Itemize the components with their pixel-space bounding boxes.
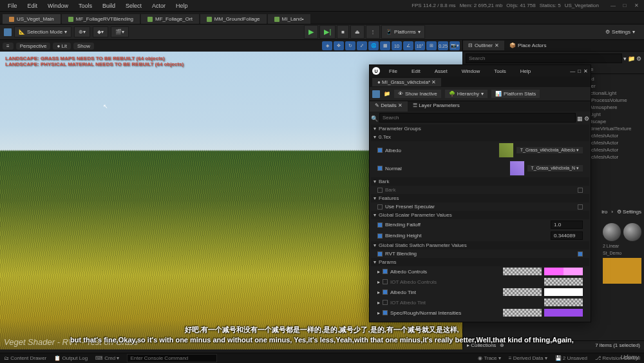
details-tab[interactable]: ✎ Details ✕ (370, 101, 408, 112)
console-input[interactable] (127, 354, 217, 362)
tint-swatch-l[interactable] (503, 288, 542, 296)
albedo-texture-slot[interactable] (498, 142, 514, 158)
bark-checkbox[interactable] (377, 188, 383, 193)
menu-edit[interactable]: Edit (23, 1, 43, 10)
me-menu-help[interactable]: Help (515, 67, 536, 75)
me-save-icon[interactable] (372, 90, 380, 98)
albedoctrl-checkbox[interactable] (383, 269, 388, 274)
blueprint-button[interactable]: ◆▾ (93, 26, 108, 37)
normal-texture-slot[interactable] (509, 161, 525, 176)
lit-dropdown[interactable]: ● Lit (53, 43, 71, 50)
hierarchy-button[interactable]: 🌳 Hierarchy ▾ (445, 90, 488, 98)
scale-tool[interactable]: ⤢ (357, 41, 367, 50)
add-content-button[interactable]: ⊕▾ (74, 26, 90, 37)
rotate-tool[interactable]: ↻ (345, 41, 355, 50)
angle-val[interactable]: 10° (415, 41, 425, 50)
menu-help[interactable]: Help (171, 1, 193, 10)
transform-tool[interactable]: ◈ (322, 41, 332, 50)
menu-window[interactable]: Window (43, 1, 73, 10)
snap-grid[interactable]: ▦ (380, 41, 390, 50)
preview-sphere[interactable] (603, 223, 621, 241)
viewport-menu[interactable]: ≡ (3, 43, 14, 50)
tab-mf2[interactable]: MF_Foliage_Ort (141, 14, 199, 24)
albedoctrl-swatch-l[interactable] (503, 268, 542, 275)
angle-snap[interactable]: ∠ (403, 41, 413, 50)
show-dropdown[interactable]: Show (73, 43, 94, 50)
iottint-checkbox[interactable] (383, 300, 388, 305)
platforms-button[interactable]: 📱 Platforms ▾ (381, 25, 425, 39)
expand-icon[interactable]: ▸ (377, 300, 380, 306)
derived-data-button[interactable]: ≡ Derived Data ▾ (509, 355, 547, 361)
normal-texture-combo[interactable]: T_Grass_vikhcbxia_N ▾ (527, 165, 583, 172)
iotalbedo-checkbox[interactable] (383, 279, 388, 284)
me-close-icon[interactable]: ✕ (583, 68, 588, 74)
output-log-button[interactable]: 📋 Output Log (54, 355, 88, 361)
mode-selector[interactable]: 📐 Selection Mode ▾ (14, 26, 71, 37)
bark-value-checkbox[interactable] (578, 188, 583, 193)
me-minimize-icon[interactable]: — (570, 68, 575, 74)
tab-mm[interactable]: MM_GroundFoliage (200, 14, 267, 24)
content-drawer-button[interactable]: 🗂 Content Drawer (4, 355, 46, 361)
me-menu-tools[interactable]: Tools (489, 67, 511, 75)
details-search-input[interactable] (379, 113, 576, 123)
falloff-checkbox[interactable] (377, 222, 383, 228)
platform-stats-button[interactable]: 📊 Platform Stats (491, 90, 540, 98)
tab-mf1[interactable]: MF_FoliageRVTBlending (62, 14, 140, 24)
rvt-checkbox[interactable] (377, 251, 383, 257)
stop-button[interactable]: ■ (337, 25, 349, 39)
me-menu-edit[interactable]: Edit (406, 67, 426, 75)
group-params[interactable]: ▾ Params (371, 258, 589, 266)
me-menu-file[interactable]: File (384, 67, 402, 75)
parameter-groups-header[interactable]: ▾ Parameter Groups (371, 124, 589, 133)
albedo-texture-combo[interactable]: T_Grass_vikhcbxia_Albedo ▾ (516, 147, 583, 153)
filter-icon[interactable]: ▾ (623, 55, 627, 62)
maximize-icon[interactable]: □ (620, 1, 630, 10)
nav-right-icon[interactable]: › (611, 209, 613, 215)
expand-icon[interactable]: ▸ (377, 279, 380, 285)
fresnel-value-checkbox[interactable] (578, 204, 583, 210)
camera-speed[interactable]: 📷▾ (450, 41, 460, 50)
menu-build[interactable]: Build (97, 1, 120, 10)
preview-tile[interactable] (603, 258, 641, 284)
me-browse-icon[interactable]: 📁 (384, 91, 390, 97)
skip-button[interactable]: ▶| (319, 25, 336, 39)
outliner-tab[interactable]: ⊟ Outliner ✕ (463, 41, 504, 50)
cinematics-button[interactable]: 🎬▾ (111, 26, 129, 37)
show-inactive-button[interactable]: 👁 Show Inactive (394, 90, 441, 98)
rvt-value-checkbox[interactable] (578, 251, 583, 257)
expand-icon[interactable]: ▸ (377, 310, 380, 316)
group-features[interactable]: ▾ Features (371, 194, 589, 202)
menu-tools[interactable]: Tools (73, 1, 97, 10)
albedoctrl-swatch-r[interactable] (544, 268, 583, 275)
group-scalar[interactable]: ▾ Global Scalar Parameter Values (371, 211, 589, 219)
settings-side-button[interactable]: ⚙ Settings (617, 209, 641, 215)
tab-main-level[interactable]: US_Veget_Main (3, 14, 61, 24)
tint-swatch-r[interactable] (544, 288, 583, 296)
place-actors-tab[interactable]: 📦 Place Actors (504, 41, 551, 50)
perspective-dropdown[interactable]: Perspective (16, 43, 51, 50)
fresnel-checkbox[interactable] (377, 204, 383, 210)
grid-icon[interactable]: ▦ (577, 115, 583, 122)
move-tool[interactable]: ✥ (334, 41, 344, 50)
expand-icon[interactable]: ▸ (377, 269, 380, 275)
folder-icon[interactable]: 📁 (628, 55, 635, 62)
group-switch[interactable]: ▾ Global Static Switch Parameter Values (371, 241, 589, 250)
scale-val[interactable]: 0.25 (438, 41, 448, 50)
trace-button[interactable]: ◉ Trace ▾ (478, 355, 500, 361)
me-menu-asset[interactable]: Asset (430, 67, 453, 75)
eject-button[interactable]: ⏏ (350, 25, 365, 39)
layer-params-tab[interactable]: ☰ Layer Parameters (408, 101, 465, 112)
save-icon[interactable] (4, 28, 12, 36)
close-icon[interactable]: ✕ (631, 1, 641, 10)
menu-actor[interactable]: Actor (147, 1, 171, 10)
scale-snap[interactable]: ⊞ (426, 41, 437, 50)
spec-checkbox[interactable] (383, 310, 388, 315)
group-tex[interactable]: ▾ 0.Tex (371, 133, 589, 141)
menu-file[interactable]: File (3, 1, 23, 10)
spec-swatch-l[interactable] (503, 309, 542, 317)
menu-select[interactable]: Select (120, 1, 147, 10)
details-gear-icon[interactable]: ⚙ (584, 115, 589, 122)
play-options-button[interactable]: ⋮ (366, 25, 380, 39)
outliner-search-input[interactable] (466, 54, 622, 63)
snap-val[interactable]: 10 (392, 41, 402, 50)
